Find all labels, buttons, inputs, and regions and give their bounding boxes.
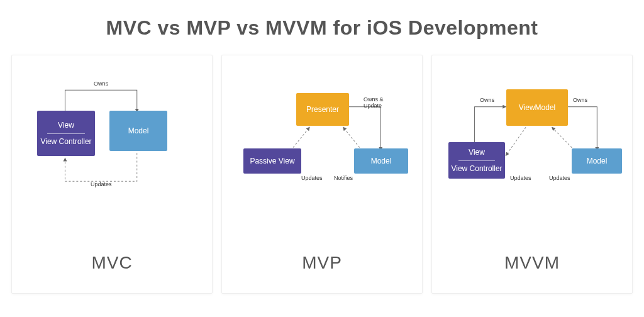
panel-label-mvp: MVP — [222, 235, 422, 293]
mvp-presenter-label: Presenter — [306, 104, 339, 114]
panel-mvp: Owns & Update Updates Notifies Presenter… — [221, 55, 423, 294]
diagram-mvvm: Owns Owns Updates Updates ViewModel View… — [432, 55, 632, 235]
label-updR: Updates — [549, 175, 570, 181]
panel-mvc: Owns Updates View View Controller Model … — [11, 55, 213, 294]
mvvm-view-label: View — [469, 147, 485, 157]
mvvm-view-box: View View Controller — [448, 142, 505, 179]
label-ownsL: Owns — [480, 97, 494, 103]
mvvm-viewcontroller-label: View Controller — [451, 164, 502, 174]
label-updates: Updates — [91, 181, 112, 187]
label-ownsupdate: Owns & Update — [364, 97, 391, 109]
mvp-passiveview-box: Passive View — [243, 148, 301, 174]
mvc-viewcontroller-label: View Controller — [40, 136, 91, 147]
label-owns: Owns — [94, 81, 108, 87]
panel-label-mvvm: MVVM — [432, 235, 632, 293]
mvvm-viewmodel-label: ViewModel — [519, 103, 555, 113]
mvvm-viewmodel-box: ViewModel — [506, 89, 568, 126]
mvp-passiveview-label: Passive View — [250, 156, 294, 166]
panel-mvvm: Owns Owns Updates Updates ViewModel View… — [431, 55, 633, 294]
mvp-presenter-box: Presenter — [296, 93, 349, 126]
page-title: MVC vs MVP vs MVVM for iOS Development — [106, 16, 538, 40]
mvc-model-box: Model — [109, 111, 167, 151]
label-updL: Updates — [510, 175, 531, 181]
mvc-view-label: View — [58, 120, 74, 130]
mvc-model-label: Model — [128, 126, 149, 136]
diagram-mvc: Owns Updates View View Controller Model — [12, 55, 212, 235]
panels-row: Owns Updates View View Controller Model … — [0, 55, 644, 294]
mvp-model-label: Model — [371, 156, 392, 166]
arrows-mvp — [222, 55, 422, 235]
mvc-view-box: View View Controller — [37, 111, 95, 156]
label-notifies: Notifies — [334, 175, 353, 181]
mvp-model-box: Model — [354, 148, 408, 174]
label-updates2: Updates — [301, 175, 323, 181]
mvvm-model-box: Model — [572, 148, 622, 174]
panel-label-mvc: MVC — [12, 235, 212, 293]
diagram-mvp: Owns & Update Updates Notifies Presenter… — [222, 55, 422, 235]
label-ownsR: Owns — [573, 97, 587, 103]
mvvm-model-label: Model — [587, 156, 608, 166]
